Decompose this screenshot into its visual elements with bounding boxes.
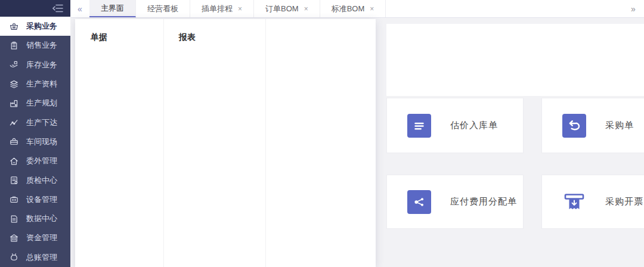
scroll-tabs-left-icon[interactable]: « bbox=[70, 0, 89, 17]
sidebar-item-label: 销售业务 bbox=[26, 40, 57, 51]
sidebar-item[interactable]: 销售业务 bbox=[0, 36, 70, 55]
shortcut-card[interactable]: 估价入库单 bbox=[386, 98, 524, 153]
close-tab-icon[interactable]: × bbox=[370, 5, 374, 13]
content-area bbox=[386, 24, 644, 96]
sidebar-item[interactable]: 采购业务 bbox=[0, 17, 70, 36]
shortcut-label: 采购开票 bbox=[605, 196, 643, 207]
sidebar-item[interactable]: 库存业务 bbox=[0, 55, 70, 74]
tab[interactable]: 经营看板 bbox=[136, 0, 190, 17]
menu-item[interactable] bbox=[179, 204, 265, 218]
sidebar-item[interactable]: 委外管理 bbox=[0, 151, 70, 170]
menu-item[interactable] bbox=[91, 75, 163, 89]
menu-column-documents: 单据 bbox=[75, 19, 164, 267]
sidebar-item-label: 生产规划 bbox=[26, 98, 57, 108]
shortcut-card[interactable]: 应付费用分配单 bbox=[386, 175, 524, 229]
menu-column-reports: 报表 bbox=[164, 19, 266, 267]
menu-item[interactable] bbox=[179, 118, 265, 132]
sidebar-top-band bbox=[0, 0, 70, 17]
menu-item[interactable] bbox=[179, 232, 265, 247]
list-lines-icon bbox=[407, 114, 431, 138]
menu-fold-icon[interactable] bbox=[52, 4, 63, 13]
menu-item[interactable] bbox=[91, 190, 163, 204]
menu-item[interactable] bbox=[91, 175, 163, 190]
sidebar-item-label: 设备管理 bbox=[26, 194, 57, 205]
shortcut-grid: 估价入库单 采购单 应付费用分配单 采购开票 bbox=[386, 98, 644, 229]
sidebar-item[interactable]: 数据中心 bbox=[0, 209, 70, 228]
home-icon bbox=[9, 156, 19, 166]
clipboard-icon bbox=[9, 41, 19, 51]
toolbox-icon bbox=[9, 136, 19, 147]
menu-item[interactable] bbox=[91, 147, 163, 161]
menu-item[interactable] bbox=[280, 89, 376, 104]
sidebar-item[interactable]: 生产规划 bbox=[0, 94, 70, 113]
menu-item[interactable] bbox=[179, 161, 265, 175]
menu-item[interactable] bbox=[179, 46, 265, 61]
shortcut-card[interactable]: 采购单 bbox=[541, 98, 644, 153]
menu-item[interactable] bbox=[91, 61, 163, 75]
sidebar-item-label: 质检中心 bbox=[26, 175, 57, 186]
sidebar-item[interactable]: 资金管理 bbox=[0, 228, 70, 247]
menu-item[interactable] bbox=[280, 118, 376, 132]
sidebar-item[interactable]: 设备管理 bbox=[0, 190, 70, 209]
tab-bar: « 主界面 经营看板 插单排程 × 订单BOM × 标准BOM × » bbox=[70, 0, 644, 18]
scroll-tabs-right-icon[interactable]: » bbox=[624, 0, 643, 18]
sidebar-item-label: 委外管理 bbox=[26, 156, 57, 166]
sidebar-item-label: 生产资料 bbox=[26, 79, 57, 89]
menu-item[interactable] bbox=[91, 104, 163, 118]
tab-label: 插单排程 bbox=[202, 4, 233, 14]
menu-item[interactable] bbox=[179, 247, 265, 261]
menu-item[interactable] bbox=[280, 61, 376, 75]
sidebar-item-label: 采购业务 bbox=[26, 21, 57, 32]
menu-item[interactable] bbox=[280, 46, 376, 61]
menu-item[interactable] bbox=[91, 132, 163, 147]
menu-item[interactable] bbox=[91, 118, 163, 132]
menu-item[interactable] bbox=[280, 161, 376, 175]
menu-item[interactable] bbox=[179, 218, 265, 232]
chart-icon bbox=[9, 117, 19, 128]
menu-column-reports-continued bbox=[266, 19, 376, 267]
menu-item[interactable] bbox=[280, 104, 376, 118]
checklist-icon bbox=[9, 175, 19, 185]
menu-item[interactable] bbox=[179, 89, 265, 104]
tab[interactable]: 标准BOM × bbox=[320, 0, 386, 17]
menu-item[interactable] bbox=[179, 147, 265, 161]
briefcase-icon bbox=[9, 194, 19, 204]
menu-item[interactable] bbox=[91, 161, 163, 175]
layers-icon bbox=[9, 79, 19, 89]
sidebar-item-label: 库存业务 bbox=[26, 60, 57, 70]
money-bag-icon bbox=[9, 252, 19, 262]
sidebar-item-label: 车间现场 bbox=[26, 136, 57, 147]
menu-item[interactable] bbox=[179, 75, 265, 89]
sidebar-item[interactable]: 车间现场 bbox=[0, 132, 70, 151]
sidebar-item[interactable]: 生产下达 bbox=[0, 113, 70, 132]
menu-item[interactable] bbox=[91, 89, 163, 104]
menu-item[interactable] bbox=[179, 61, 265, 75]
menu-item[interactable] bbox=[280, 147, 376, 161]
menu-item[interactable] bbox=[179, 104, 265, 118]
menu-item[interactable] bbox=[280, 175, 376, 190]
sidebar-item-label: 生产下达 bbox=[26, 117, 57, 128]
menu-column-header: 报表 bbox=[179, 30, 265, 44]
tab[interactable]: 插单排程 × bbox=[190, 0, 254, 17]
sidebar-item[interactable]: 总账管理 bbox=[0, 248, 70, 267]
menu-item[interactable] bbox=[280, 75, 376, 89]
receipt-print-icon bbox=[562, 190, 586, 214]
sidebar-item-label: 数据中心 bbox=[26, 213, 57, 224]
menu-item[interactable] bbox=[280, 132, 376, 147]
sidebar-item[interactable]: 质检中心 bbox=[0, 170, 70, 190]
undo-arrow-icon bbox=[562, 114, 586, 138]
shortcut-card[interactable]: 采购开票 bbox=[541, 175, 644, 229]
tab[interactable]: 订单BOM × bbox=[254, 0, 320, 17]
tab[interactable]: 主界面 bbox=[89, 0, 136, 17]
tab-label: 经营看板 bbox=[147, 4, 178, 14]
menu-item[interactable] bbox=[179, 132, 265, 147]
sidebar-item[interactable]: 生产资料 bbox=[0, 74, 70, 94]
menu-item[interactable] bbox=[179, 190, 265, 204]
menu-item[interactable] bbox=[91, 46, 163, 61]
close-tab-icon[interactable]: × bbox=[238, 5, 242, 13]
close-tab-icon[interactable]: × bbox=[304, 5, 308, 13]
share-nodes-icon bbox=[407, 190, 431, 214]
shortcut-label: 应付费用分配单 bbox=[450, 196, 517, 207]
shortcut-label: 采购单 bbox=[605, 120, 634, 131]
menu-item[interactable] bbox=[179, 175, 265, 190]
